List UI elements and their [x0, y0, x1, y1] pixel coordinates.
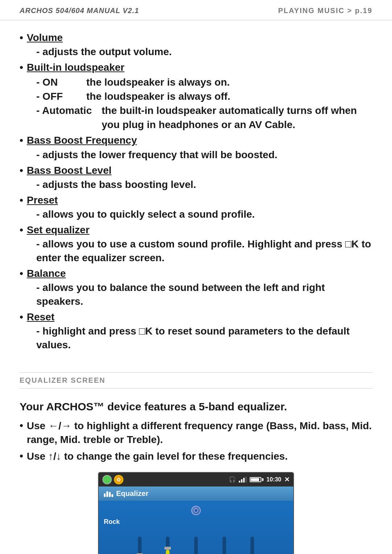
sub-text-on: the loudspeaker is always on.: [86, 77, 230, 88]
battery-icon: [250, 477, 264, 482]
list-item-builtin: • Built-in loudspeaker - ON the loudspea…: [20, 61, 372, 132]
eq-topbar-right: 🎧 10:30: [229, 476, 290, 484]
eq-slider-fill-2: [166, 550, 170, 554]
sub-item-off: - OFF the loudspeaker is always off.: [36, 89, 372, 103]
bullet-dot: •: [20, 164, 23, 177]
sub-list-builtin: - ON the loudspeaker is always on. - OFF…: [36, 75, 372, 132]
eq-up-inner: [194, 508, 198, 513]
list-item-reset: • Reset - highlight and press □K to rese…: [20, 311, 372, 352]
sub-label-auto: - Automatic: [36, 103, 102, 118]
bullet-dot: •: [20, 61, 23, 74]
list-item-preset: • Preset - allows you to quickly select …: [20, 194, 372, 221]
eq-slider-track-3[interactable]: [194, 537, 198, 554]
bullet-dot: •: [20, 267, 23, 280]
bullet-title-volume: Volume: [27, 31, 63, 44]
sub-label-on: - ON: [36, 75, 83, 89]
sub-item-on: - ON the loudspeaker is always on.: [36, 75, 372, 89]
signal-bar-1: [239, 481, 240, 483]
signal-bar-2: [241, 479, 242, 483]
eq-screen-wrapper: ✿ 🎧: [20, 472, 372, 554]
eq-device: ✿ 🎧: [98, 472, 294, 554]
eq-slider-track-5[interactable]: [250, 537, 254, 554]
bullet-list: • Volume - adjusts the output volume. • …: [20, 31, 372, 352]
signal-bar-3: [243, 478, 245, 483]
bullet-title-eq: Set equalizer: [27, 223, 90, 237]
section-label: EQUALIZER SCREEN: [0, 373, 392, 388]
eq-slider-track-1[interactable]: [138, 537, 142, 554]
bullet-dot: •: [20, 31, 23, 44]
battery-tip: [262, 478, 264, 481]
eq-icon-flower: ✿: [114, 475, 123, 484]
equalizer-icon: [104, 490, 113, 497]
bullet-desc-volume: - adjusts the output volume.: [36, 45, 372, 59]
bullet-dot: •: [20, 419, 23, 432]
bullet-desc-bbl: - adjusts the bass boosting level.: [36, 178, 372, 192]
eq-title-bar: Equalizer: [99, 487, 293, 501]
list-item-volume: • Volume - adjusts the output volume.: [20, 31, 372, 59]
battery-fill: [251, 478, 259, 481]
headphone-icon: 🎧: [229, 476, 236, 483]
bullet-dot: •: [20, 134, 23, 147]
bullet-desc-reset: - highlight and press □K to reset sound …: [36, 324, 372, 352]
page-header: ARCHOS 504/604 MANUAL V2.1 PLAYING MUSIC…: [0, 0, 392, 20]
eq-icon-circle-green: [102, 475, 112, 484]
eq-topbar-left: ✿: [102, 475, 123, 484]
eq-bullet-list: • Use ←/→ to highlight a different frequ…: [20, 419, 372, 463]
bullet-title-bbl: Bass Boost Level: [27, 164, 111, 177]
list-item-bbl: • Bass Boost Level - adjusts the bass bo…: [20, 164, 372, 192]
eq-slider-4: [215, 537, 233, 554]
eq-top-nav: [104, 506, 288, 515]
eq-topbar: ✿ 🎧: [99, 473, 293, 487]
bullet-title-bbf: Bass Boost Frequency: [27, 134, 137, 147]
header-right: PLAYING MUSIC > p.19: [278, 7, 372, 15]
eq-time: 10:30: [266, 476, 281, 483]
sub-item-auto: - Automatic the built-in loudspeaker aut…: [36, 103, 372, 132]
eq-intro: Your ARCHOS™ device features a 5-band eq…: [20, 399, 372, 414]
eq-slider-track-4[interactable]: [222, 537, 226, 554]
eq-slider-2: [159, 537, 177, 554]
eq-slider-3: [187, 537, 205, 554]
list-item-balance: • Balance - allows you to balance the so…: [20, 267, 372, 308]
sub-label-off: - OFF: [36, 89, 83, 103]
eq-section: Your ARCHOS™ device features a 5-band eq…: [0, 396, 392, 554]
sub-text-auto: the built-in loudspeaker automatically t…: [102, 103, 372, 132]
battery-body: [250, 477, 261, 482]
signal-icon: [239, 477, 247, 483]
bullet-desc-bbf: - adjusts the lower frequency that will …: [36, 148, 372, 162]
bullet-title-balance: Balance: [27, 267, 66, 280]
eq-slider-handle-2[interactable]: [164, 547, 171, 550]
close-icon[interactable]: ✕: [284, 476, 290, 484]
bullet-desc-balance: - allows you to balance the sound betwee…: [36, 281, 372, 308]
section-divider-bottom: [20, 388, 372, 389]
eq-slider-1: [131, 537, 149, 554]
signal-bar-4: [245, 477, 247, 483]
eq-up-button[interactable]: [191, 506, 201, 515]
eq-bullet-2-text: Use ↑/↓ to change the gain level for the…: [27, 450, 288, 463]
list-item-bbf: • Bass Boost Frequency - adjusts the low…: [20, 134, 372, 161]
eq-preset-label: Rock: [104, 518, 120, 526]
eq-bullet-1: • Use ←/→ to highlight a different frequ…: [20, 419, 372, 447]
eq-slider-track-2[interactable]: [166, 537, 170, 554]
list-item-eq: • Set equalizer - allows you to use a cu…: [20, 223, 372, 265]
bullet-desc-eq: - allows you to use a custom sound profi…: [36, 237, 372, 265]
bullet-dot: •: [20, 311, 23, 324]
eq-sliders: [104, 529, 288, 554]
bullet-title-preset: Preset: [27, 194, 58, 207]
bullet-dot: •: [20, 223, 23, 237]
bullet-dot: •: [20, 194, 23, 207]
header-left: ARCHOS 504/604 MANUAL V2.1: [20, 7, 139, 15]
main-content: • Volume - adjusts the output volume. • …: [0, 20, 392, 365]
eq-body: Rock: [99, 501, 293, 554]
eq-slider-5: [243, 537, 261, 554]
eq-bullet-2: • Use ↑/↓ to change the gain level for t…: [20, 450, 372, 463]
eq-title-text: Equalizer: [116, 489, 148, 498]
bullet-desc-preset: - allows you to quickly select a sound p…: [36, 208, 372, 221]
bullet-title-reset: Reset: [27, 311, 54, 324]
bullet-dot: •: [20, 450, 23, 463]
eq-bullet-1-text: Use ←/→ to highlight a different frequen…: [27, 419, 372, 447]
bullet-title-builtin: Built-in loudspeaker: [27, 61, 124, 74]
sub-text-off: the loudspeaker is always off.: [86, 91, 230, 102]
eq-preset-row: Rock: [104, 518, 288, 526]
